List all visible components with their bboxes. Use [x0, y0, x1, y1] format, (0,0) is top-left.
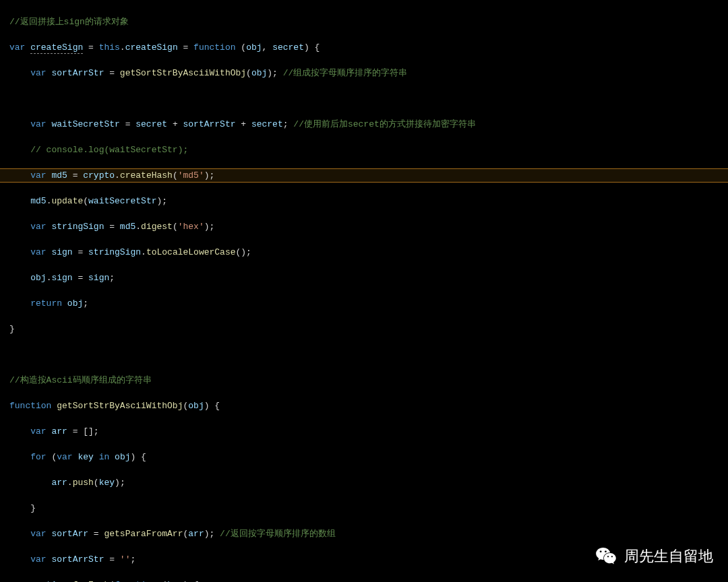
comment: //返回按字母顺序排序的数组: [220, 529, 336, 539]
highlighted-line: var md5 = crypto.createHash('md5');: [0, 169, 728, 182]
comment: //使用前后加secret的方式拼接待加密字符串: [293, 119, 475, 129]
var-createSign: createSign: [30, 42, 83, 54]
watermark-text: 周先生自留地: [624, 550, 713, 562]
var-sortArr: sortArr: [51, 529, 88, 539]
var-sortArrStr: sortArrStr: [51, 68, 104, 78]
keyword-return: return: [30, 298, 62, 309]
code-editor[interactable]: //返回拼接上sign的请求对象 var createSign = this.c…: [0, 0, 728, 582]
comment: //构造按Ascii码顺序组成的字符串: [9, 375, 152, 385]
fn-getSortStrByAsciiWithObj: getSortStrByAsciiWithObj: [57, 401, 183, 411]
comment: // console.log(waitSecretStr);: [30, 145, 188, 155]
var-sign: sign: [51, 247, 72, 257]
comment: //组成按字母顺序排序的字符串: [283, 68, 408, 78]
var-waitSecretStr: waitSecretStr: [51, 119, 119, 129]
fn-call: getSortStrByAsciiWithObj: [120, 68, 246, 78]
var-arr: arr: [51, 426, 67, 437]
keyword-this: this: [99, 42, 120, 53]
keyword-for: for: [30, 452, 46, 462]
comment: //返回拼接上sign的请求对象: [9, 17, 129, 27]
var-md5: md5: [51, 170, 67, 181]
var-stringSign: stringSign: [51, 222, 104, 232]
watermark: 周先生自留地: [595, 544, 713, 567]
wechat-icon: [595, 544, 617, 567]
keyword-var: var: [9, 42, 25, 53]
